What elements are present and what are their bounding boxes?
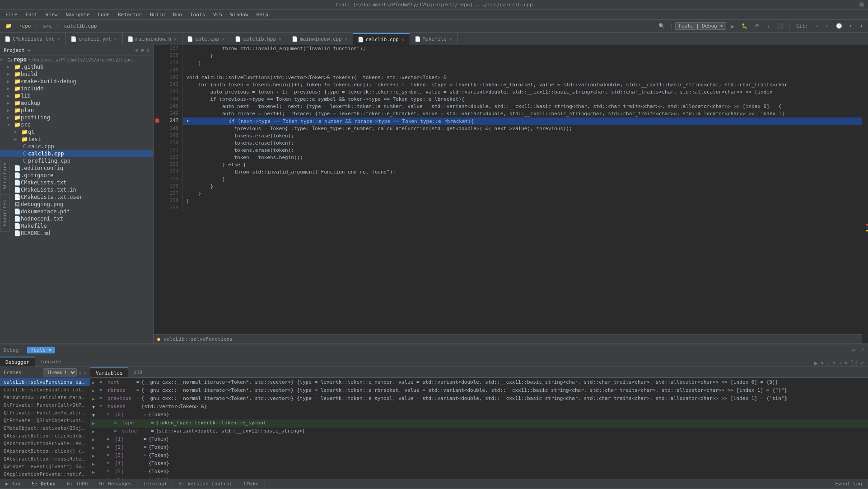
var-row-previous[interactable]: ▶ ≡ previous = {__gnu_cxx::__normal_iter… (90, 395, 868, 403)
search-icon[interactable]: 🔍 (656, 22, 667, 30)
code-line-242[interactable]: 242 for (auto token = tokens.begin()+1; … (154, 81, 862, 89)
debug-config-dropdown[interactable]: fcalc | Debug ▾ (675, 22, 726, 30)
menu-build[interactable]: Build (146, 11, 168, 19)
tree-arrow[interactable]: ▶ (7, 101, 14, 105)
tree-item-plan[interactable]: ▶ 📁 plan (0, 107, 153, 114)
code-content[interactable]: tokens.erase(token); (182, 132, 862, 140)
tree-arrow[interactable]: ▶ (14, 137, 21, 141)
tab-variables[interactable]: Variables (90, 367, 128, 377)
debug-settings-icon[interactable]: ⚙ (852, 347, 855, 353)
menu-code[interactable]: Code (94, 11, 113, 19)
code-line-248[interactable]: 248 *previous = Token{ .type: Token_type… (154, 125, 862, 132)
expand-icon[interactable]: ▶ (92, 444, 99, 450)
code-line-247[interactable]: 247➤ if (next->type == Token_type::e_num… (154, 118, 862, 125)
tab-close[interactable]: ✕ (56, 37, 61, 42)
stop-button[interactable]: ⬛ (774, 22, 786, 30)
frame-item[interactable]: calcLib::solveEquation calclib.c… (0, 386, 90, 394)
tab-debug[interactable]: S: Debug (26, 479, 61, 489)
tab-calclibhpp[interactable]: 📄 calclib.hpp ✕ (230, 33, 287, 45)
code-scroll[interactable]: 237 throw std::invalid_argument("Invalid… (154, 45, 862, 334)
breakpoint-col[interactable] (154, 161, 161, 169)
tree-arrow[interactable]: ▼ (7, 122, 14, 127)
code-line-240[interactable]: 240 (154, 67, 862, 74)
tab-vcs[interactable]: 9: Version Control (173, 479, 238, 489)
tree-item-cmakeTxt[interactable]: ▶ 📄 CMakeLists.txt (0, 179, 153, 186)
file-tree[interactable]: ▼ 🗂 repo ~/Documents/Předměty/IVS/projek… (0, 56, 153, 343)
breakpoint-col[interactable] (154, 60, 161, 67)
tab-close[interactable]: ✕ (113, 37, 118, 42)
frame-item[interactable]: QtPrivate::FunctionPointer<void… (0, 409, 90, 417)
breakpoint-col[interactable] (154, 96, 161, 103)
tab-todo[interactable]: 6: TODO (61, 479, 93, 489)
expand-icon[interactable]: ▶ (92, 469, 99, 475)
code-content[interactable] (182, 67, 862, 74)
step-in-button[interactable]: ↓ (764, 22, 772, 30)
code-line-237[interactable]: 237 throw std::invalid_argument("Invalid… (154, 45, 862, 52)
tab-close[interactable]: ✕ (173, 37, 177, 42)
tree-item-src[interactable]: ▼ 📁 src (0, 121, 153, 128)
code-content[interactable]: throw std::invalid_argument("Invalid fun… (182, 45, 862, 52)
tab-calccpp[interactable]: 📄 calc.cpp ✕ (182, 33, 230, 45)
code-content[interactable]: ➤ if (next->type == Token_type::e_number… (182, 118, 862, 125)
tree-item-calccpp[interactable]: ▶ C calc.cpp (0, 143, 153, 150)
step-over-icon[interactable]: ↷ (821, 360, 824, 366)
tree-arrow[interactable]: ▶ (7, 86, 14, 91)
expand-icon[interactable]: ▼ (92, 404, 99, 409)
tree-item-test[interactable]: ▶ 📁 test (0, 136, 153, 143)
cog-icon[interactable]: ⚙ (135, 47, 138, 53)
tab-close[interactable]: ✕ (278, 37, 282, 42)
code-content[interactable]: } (182, 190, 862, 197)
git-push[interactable]: ⬆ (847, 22, 855, 30)
step-out-icon[interactable]: ↑ (832, 360, 835, 366)
menu-refactor[interactable]: Refactor (114, 11, 145, 19)
breakpoint-col[interactable] (154, 45, 161, 52)
tree-arrow[interactable]: ▶ (7, 65, 14, 69)
breakpoint-col[interactable] (154, 52, 161, 60)
thread-select[interactable]: Thread-1 (43, 368, 77, 376)
tree-item-profilingcpp[interactable]: ▶ C profiling.cpp (0, 157, 153, 165)
code-content[interactable]: auto previous = token - 1; previous: {ty… (182, 89, 862, 96)
code-line-239[interactable]: 239 } (154, 60, 862, 67)
stop-debug-icon[interactable]: ⬛ (850, 360, 857, 366)
code-line-251[interactable]: 251 tokens.erase(token); (154, 147, 862, 154)
tree-item-gitignore[interactable]: ▶ 📄 .gitignore (0, 172, 153, 179)
code-line-258[interactable]: 258} (154, 197, 862, 205)
layout-icon[interactable]: ≡ (141, 47, 144, 53)
git-history[interactable]: 🕐 (833, 22, 845, 30)
run-button[interactable]: ▶ (728, 22, 737, 31)
tab-calclibcpp[interactable]: 📄 calclib.cpp ✕ (353, 33, 410, 45)
code-content[interactable]: token = tokens.begin(); (182, 154, 862, 161)
frame-item[interactable]: QAbstractButtonPrivate::emitCli… (0, 440, 90, 447)
tab-close[interactable]: ✕ (448, 37, 453, 42)
code-line-252[interactable]: 252 token = tokens.begin(); (154, 154, 862, 161)
code-line-259[interactable]: 259 (154, 205, 862, 212)
breakpoint-col[interactable] (154, 132, 161, 140)
code-content[interactable]: tokens.erase(token); (182, 140, 862, 147)
tab-close[interactable]: ✕ (221, 37, 225, 42)
code-line-250[interactable]: 250 tokens.erase(token); (154, 140, 862, 147)
debug-expand-icon[interactable]: ⤢ (860, 347, 864, 353)
tab-run[interactable]: ▶ Run (0, 479, 26, 489)
var-row-type[interactable]: ▶ ≡ type = {Token_type} lexertk::token::… (90, 419, 868, 428)
code-content[interactable]: } else { (182, 161, 862, 169)
var-row-1[interactable]: ▶ ≡ [1] = {Token} (90, 436, 868, 444)
code-content[interactable] (182, 205, 862, 212)
code-line-253[interactable]: 253 } else { (154, 161, 862, 169)
tree-arrow[interactable]: ▶ (14, 130, 21, 134)
tree-item-cmakeTxtin[interactable]: ▶ 📄 CMakeLists.txt.in (0, 186, 153, 193)
breakpoint-col[interactable] (154, 125, 161, 132)
frame-item[interactable]: QAbstractButton::click() (… (0, 447, 90, 455)
expand-icon[interactable]: ▶ (92, 428, 99, 434)
expand-icon[interactable]: ▶ (92, 436, 99, 442)
code-content[interactable]: void calcLib::solveFunctions(std::vector… (182, 74, 862, 81)
frame-item[interactable]: QMetaObject::activate(QObject*… (0, 424, 90, 432)
code-content[interactable]: } (182, 176, 862, 183)
expand-icon[interactable]: ▶ (92, 420, 99, 426)
code-line-244[interactable]: 244 if (previous->type == Token_type::e_… (154, 96, 862, 103)
frame-item[interactable]: calcLib::solveFunctions calclib.c… (0, 378, 90, 386)
menu-view[interactable]: View (42, 11, 61, 19)
var-row-4[interactable]: ▶ ≡ [4] = {Token} (90, 460, 868, 468)
tab-cmakeci[interactable]: 📄 cmakeci.yml ✕ (66, 33, 123, 45)
tree-item-readme[interactable]: ▶ 📄 README.md (0, 230, 153, 237)
tab-cmakeLists[interactable]: 📄 CMakeLists.txt ✕ (0, 33, 66, 45)
